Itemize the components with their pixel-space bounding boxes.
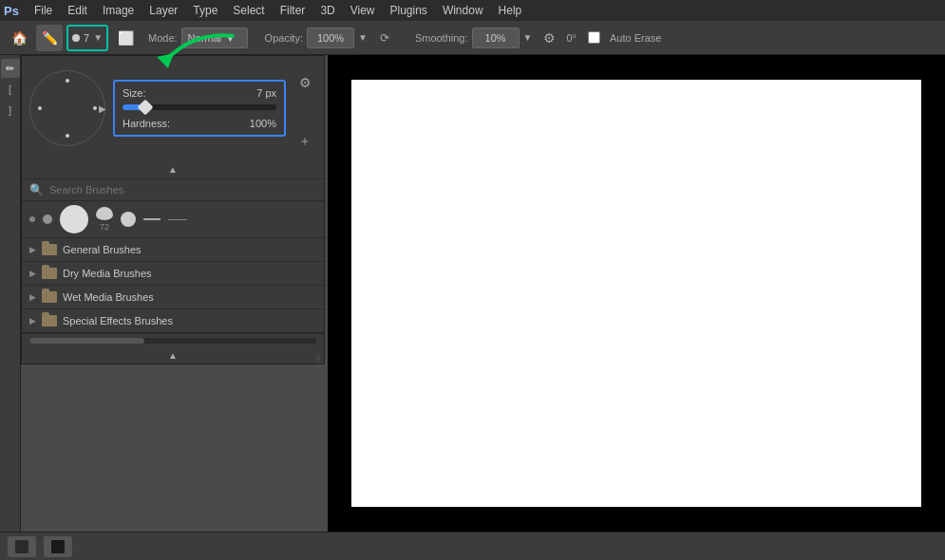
gear-button[interactable]: ⚙ xyxy=(293,71,316,94)
menu-filter[interactable]: Filter xyxy=(273,2,313,19)
folder-icon-4 xyxy=(42,315,57,327)
brush-shape-4 xyxy=(96,207,113,220)
folder-icon xyxy=(42,244,57,255)
brush-preview-area: ▶ Size: 7 px Hardness: 100% ⚙ ＋ xyxy=(22,56,324,160)
brush-shape-2 xyxy=(43,215,52,224)
menu-bar: Ps File Edit Image Layer Type Select Fil… xyxy=(0,0,945,21)
auto-erase-checkbox[interactable] xyxy=(588,31,600,44)
brush-shape-7 xyxy=(168,219,187,220)
menu-window[interactable]: Window xyxy=(435,2,491,19)
brush-tool-button[interactable]: ✏️ xyxy=(36,25,63,51)
tab-item-1[interactable] xyxy=(8,536,36,557)
brush-preset-5[interactable] xyxy=(121,212,136,227)
menu-plugins[interactable]: Plugins xyxy=(383,2,435,19)
tools-sidebar: ✏ [ ] xyxy=(0,55,21,532)
smoothing-settings-button[interactable]: ⚙ xyxy=(536,25,562,51)
brush-dot-icon xyxy=(72,34,80,42)
menu-3d[interactable]: 3D xyxy=(312,2,342,19)
folder-arrow-icon-2: ▶ xyxy=(29,269,36,278)
tab-icon-1 xyxy=(15,540,28,553)
folder-icon-2 xyxy=(42,268,57,279)
size-slider[interactable] xyxy=(123,104,276,110)
hardness-row: Hardness: 100% xyxy=(123,118,276,129)
brush-shape-5 xyxy=(121,212,136,227)
menu-select[interactable]: Select xyxy=(225,2,272,19)
brush-preset-2[interactable] xyxy=(43,215,52,224)
menu-edit[interactable]: Edit xyxy=(60,2,95,19)
brush-size-hardness-controls: Size: 7 px Hardness: 100% xyxy=(113,80,286,137)
brush-presets-list: 72 xyxy=(22,200,324,237)
folder-name-wet: Wet Media Brushes xyxy=(63,291,154,303)
crosshair-right xyxy=(93,106,97,110)
smoothing-chevron-icon[interactable]: ▼ xyxy=(523,32,533,43)
folder-arrow-icon: ▶ xyxy=(29,245,36,254)
menu-view[interactable]: View xyxy=(343,2,383,19)
angle-display: 0° xyxy=(566,32,576,44)
ps-logo: Ps xyxy=(4,4,19,18)
brush-preset-1[interactable] xyxy=(29,216,35,222)
resize-handle[interactable]: ⣿ xyxy=(312,352,324,364)
brush-preset-7[interactable] xyxy=(168,219,187,220)
search-icon: 🔍 xyxy=(29,183,44,196)
folder-wet-media[interactable]: ▶ Wet Media Brushes xyxy=(22,286,324,309)
bracket-right-button[interactable]: ] xyxy=(1,101,20,120)
hardness-label: Hardness: xyxy=(123,118,170,129)
brush-shape-6 xyxy=(143,218,161,220)
scrollbar-thumb[interactable] xyxy=(29,338,144,344)
opacity-label: Opacity: xyxy=(265,32,303,44)
brush-preset-6[interactable] xyxy=(143,218,161,220)
menu-type[interactable]: Type xyxy=(185,2,225,19)
add-brush-button[interactable]: ＋ xyxy=(293,130,316,153)
folder-general-brushes[interactable]: ▶ General Brushes xyxy=(22,238,324,262)
folder-special-effects[interactable]: ▶ Special Effects Brushes xyxy=(22,309,324,333)
smoothing-group: Smoothing: 10% ▼ xyxy=(409,28,533,48)
resize-dots-icon: ⣿ xyxy=(315,354,321,363)
home-button[interactable]: 🏠 xyxy=(6,25,32,51)
menu-image[interactable]: Image xyxy=(95,2,142,19)
smoothing-label: Smoothing: xyxy=(415,32,468,44)
pencil-tool-button[interactable]: ✏ xyxy=(1,59,20,78)
brush-preview-circle: ▶ xyxy=(29,70,105,146)
canvas-area xyxy=(328,55,945,532)
mode-label: Mode: xyxy=(148,32,178,44)
brush-size-picker[interactable]: 7 ▼ xyxy=(66,25,108,51)
folder-dry-media[interactable]: ▶ Dry Media Brushes xyxy=(22,262,324,286)
size-label: Size: xyxy=(123,87,145,99)
hardness-value: 100% xyxy=(250,118,276,129)
menu-layer[interactable]: Layer xyxy=(142,2,185,19)
opacity-chevron-icon[interactable]: ▼ xyxy=(358,32,368,43)
collapse-button[interactable] xyxy=(22,160,324,178)
canvas-document[interactable] xyxy=(351,80,921,507)
crosshair-arrow-icon: ▶ xyxy=(99,103,106,114)
search-area: 🔍 xyxy=(22,178,324,200)
pressure-button[interactable]: ⟳ xyxy=(371,25,398,51)
auto-erase-group: Auto Erase xyxy=(588,31,661,44)
scrollbar-track[interactable] xyxy=(29,338,316,344)
folder-arrow-icon-3: ▶ xyxy=(29,292,36,302)
smoothing-input[interactable]: 10% xyxy=(472,28,520,48)
tab-item-2[interactable] xyxy=(44,536,72,557)
crosshair-left xyxy=(38,106,42,110)
brush-num-4: 72 xyxy=(100,222,109,232)
panel-controls: ⚙ ＋ xyxy=(293,64,316,153)
menu-help[interactable]: Help xyxy=(491,2,530,19)
brush-preset-3[interactable] xyxy=(60,205,88,233)
folder-name-dry: Dry Media Brushes xyxy=(63,268,152,279)
brush-settings-button[interactable]: ⬜ xyxy=(112,25,139,51)
mode-dropdown[interactable]: Normal ▼ xyxy=(181,28,248,48)
opacity-input[interactable]: 100% xyxy=(307,28,354,48)
brush-folders: ▶ General Brushes ▶ Dry Media Brushes ▶ … xyxy=(22,237,324,333)
brush-panel: ▶ Size: 7 px Hardness: 100% ⚙ ＋ 🔍 xyxy=(21,55,325,364)
search-input[interactable] xyxy=(49,184,316,196)
folder-name-general: General Brushes xyxy=(63,244,142,255)
bracket-left-button[interactable]: [ xyxy=(1,80,20,99)
scroll-up-button[interactable] xyxy=(22,347,324,364)
folder-name-special: Special Effects Brushes xyxy=(63,315,173,327)
menu-file[interactable]: File xyxy=(27,2,60,19)
brush-preset-4[interactable]: 72 xyxy=(96,207,113,232)
size-slider-thumb[interactable] xyxy=(138,100,154,116)
status-bar xyxy=(0,532,945,560)
brush-size-display: 7 xyxy=(84,32,89,44)
folder-icon-3 xyxy=(42,291,57,303)
brush-shape-3 xyxy=(60,205,88,233)
